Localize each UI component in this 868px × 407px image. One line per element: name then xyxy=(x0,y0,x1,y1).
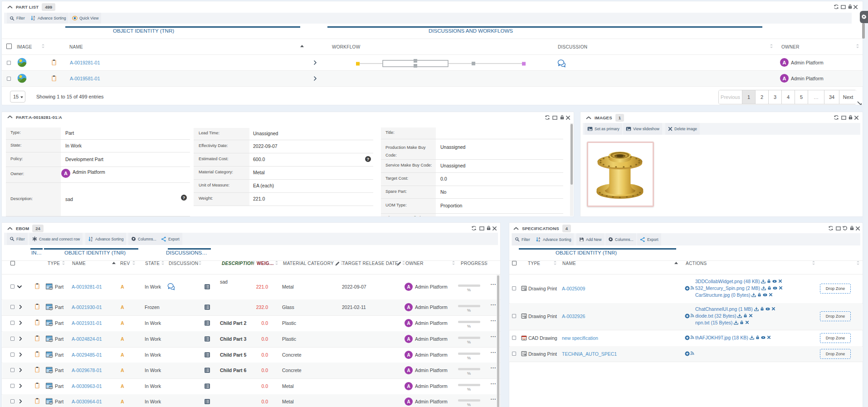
svg-text:Z: Z xyxy=(91,239,93,242)
svg-text:Z: Z xyxy=(34,18,35,21)
svg-text:A: A xyxy=(91,236,93,239)
svg-text:Z: Z xyxy=(539,240,540,242)
svg-text:A: A xyxy=(34,15,35,18)
svg-text:A: A xyxy=(539,237,541,240)
